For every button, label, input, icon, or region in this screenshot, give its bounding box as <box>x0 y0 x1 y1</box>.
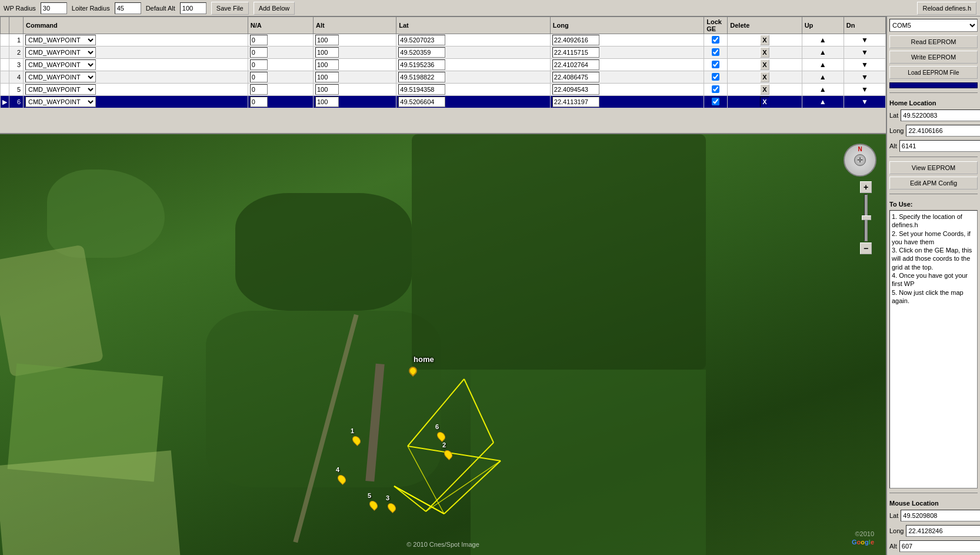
command-cell[interactable]: CMD_WAYPOINT <box>24 96 248 108</box>
alt-input[interactable] <box>315 47 339 58</box>
default-alt-input[interactable] <box>180 2 206 14</box>
long-input[interactable] <box>552 59 599 70</box>
dn-arrow-icon[interactable]: ▼ <box>861 48 868 57</box>
command-cell[interactable]: CMD_WAYPOINT <box>24 71 248 84</box>
lat-cell[interactable] <box>396 59 551 71</box>
mouse-alt-input[interactable] <box>899 540 980 552</box>
long-input[interactable] <box>552 97 599 107</box>
save-file-button[interactable]: Save File <box>211 2 249 15</box>
na-cell[interactable] <box>248 46 313 59</box>
lock-checkbox[interactable] <box>712 48 719 56</box>
home-long-input[interactable] <box>906 125 980 137</box>
lat-input[interactable] <box>398 59 445 70</box>
home-marker[interactable]: home <box>409 367 417 375</box>
na-input[interactable] <box>250 59 268 70</box>
lock-checkbox[interactable] <box>712 85 719 93</box>
alt-cell[interactable] <box>313 84 396 96</box>
dn-cell[interactable]: ▼ <box>844 34 885 46</box>
na-input[interactable] <box>250 47 268 58</box>
dn-arrow-icon[interactable]: ▼ <box>861 73 868 81</box>
command-cell[interactable]: CMD_WAYPOINT <box>24 34 248 46</box>
up-cell[interactable]: ▲ <box>802 96 844 108</box>
dn-cell[interactable]: ▼ <box>844 71 885 84</box>
reload-button[interactable]: Reload defines.h <box>917 2 976 15</box>
na-cell[interactable] <box>248 34 313 46</box>
delete-button[interactable]: X <box>760 35 769 45</box>
lock-cell[interactable] <box>704 84 728 96</box>
long-cell[interactable] <box>550 71 704 84</box>
long-input[interactable] <box>552 72 599 82</box>
na-cell[interactable] <box>248 84 313 96</box>
command-cell[interactable]: CMD_WAYPOINT <box>24 59 248 71</box>
alt-input[interactable] <box>315 35 339 45</box>
compass-ring[interactable]: N ✛ <box>844 144 876 177</box>
add-below-button[interactable]: Add Below <box>254 2 295 15</box>
dn-arrow-icon[interactable]: ▼ <box>861 61 868 69</box>
up-arrow-icon[interactable]: ▲ <box>819 36 826 44</box>
lat-cell[interactable] <box>396 46 551 59</box>
na-input[interactable] <box>250 35 268 45</box>
command-select[interactable]: CMD_WAYPOINT <box>25 97 96 107</box>
home-lat-input[interactable] <box>901 109 980 121</box>
lat-input[interactable] <box>398 35 445 45</box>
long-cell[interactable] <box>550 84 704 96</box>
dn-cell[interactable]: ▼ <box>844 96 885 108</box>
edit-apm-button[interactable]: Edit APM Config <box>889 177 978 190</box>
zoom-in-button[interactable]: + <box>860 181 872 193</box>
command-select[interactable]: CMD_WAYPOINT <box>25 59 96 70</box>
view-eeprom-button[interactable]: View EEPROM <box>889 161 978 174</box>
delete-cell[interactable]: X <box>728 96 802 108</box>
dn-cell[interactable]: ▼ <box>844 59 885 71</box>
zoom-out-button[interactable]: − <box>860 242 872 254</box>
alt-input[interactable] <box>315 59 339 70</box>
up-cell[interactable]: ▲ <box>802 71 844 84</box>
na-cell[interactable] <box>248 71 313 84</box>
long-input[interactable] <box>552 84 599 95</box>
wp-marker-3[interactable]: 3 <box>388 503 395 512</box>
up-cell[interactable]: ▲ <box>802 46 844 59</box>
dn-arrow-icon[interactable]: ▼ <box>861 36 868 44</box>
up-arrow-icon[interactable]: ▲ <box>819 85 826 94</box>
wp-marker-2[interactable]: 2 <box>445 450 452 459</box>
lat-cell[interactable] <box>396 71 551 84</box>
lock-checkbox[interactable] <box>712 98 719 105</box>
zoom-slider-track[interactable] <box>864 194 868 241</box>
delete-cell[interactable]: X <box>728 71 802 84</box>
long-cell[interactable] <box>550 96 704 108</box>
lock-cell[interactable] <box>704 34 728 46</box>
alt-input[interactable] <box>315 72 339 82</box>
alt-cell[interactable] <box>313 71 396 84</box>
lock-checkbox[interactable] <box>712 61 719 68</box>
alt-cell[interactable] <box>313 59 396 71</box>
delete-button[interactable]: X <box>760 59 769 70</box>
wp-marker-6[interactable]: 6 <box>438 431 445 441</box>
up-cell[interactable]: ▲ <box>802 34 844 46</box>
command-select[interactable]: CMD_WAYPOINT <box>25 84 96 95</box>
mouse-long-input[interactable] <box>906 525 980 537</box>
lat-cell[interactable] <box>396 84 551 96</box>
map-container[interactable]: home 1 2 3 <box>0 134 886 555</box>
up-cell[interactable]: ▲ <box>802 84 844 96</box>
delete-button[interactable]: X <box>760 47 769 58</box>
loiter-radius-input[interactable] <box>115 2 141 14</box>
long-cell[interactable] <box>550 46 704 59</box>
wp-marker-4[interactable]: 4 <box>338 474 345 484</box>
load-eeprom-button[interactable]: Load EEPROM File <box>889 66 978 79</box>
alt-cell[interactable] <box>313 46 396 59</box>
lock-cell[interactable] <box>704 59 728 71</box>
command-select[interactable]: CMD_WAYPOINT <box>25 72 96 82</box>
command-select[interactable]: CMD_WAYPOINT <box>25 35 96 45</box>
long-cell[interactable] <box>550 34 704 46</box>
alt-cell[interactable] <box>313 34 396 46</box>
lat-input[interactable] <box>398 72 445 82</box>
lat-input[interactable] <box>398 84 445 95</box>
delete-button[interactable]: X <box>760 84 769 95</box>
nav-control[interactable]: N ✛ <box>844 144 876 177</box>
command-cell[interactable]: CMD_WAYPOINT <box>24 84 248 96</box>
na-cell[interactable] <box>248 96 313 108</box>
up-cell[interactable]: ▲ <box>802 59 844 71</box>
delete-button[interactable]: X <box>760 72 769 82</box>
wp-marker-5[interactable]: 5 <box>370 500 377 510</box>
lat-input[interactable] <box>398 97 445 107</box>
up-arrow-icon[interactable]: ▲ <box>819 73 826 81</box>
